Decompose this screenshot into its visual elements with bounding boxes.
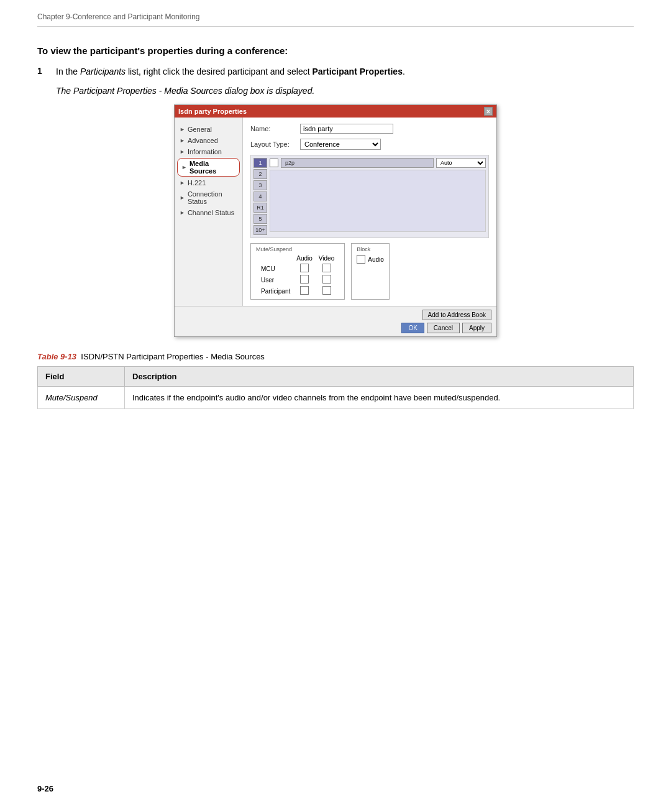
layout-checkbox[interactable] [270,159,278,167]
mcu-audio-checkbox[interactable] [300,264,309,272]
mute-user-video-cell [317,274,339,285]
table-caption-text: ISDN/PSTN Participant Properties - Media… [79,352,265,361]
layout-top-row: p2p Auto [270,158,486,168]
footer-bottom: OK Cancel Apply [401,323,491,333]
dialog-wrapper: Isdn party Properties × ► General ► Adva… [174,104,497,337]
arrow-icon: ► [180,195,185,201]
sidebar-item-information[interactable]: ► Information [175,146,242,157]
sidebar-item-advanced[interactable]: ► Advanced [175,135,242,146]
sidebar-label-information: Information [188,148,222,155]
table-header-row: Field Description [38,367,634,387]
col-header-description: Description [125,367,634,387]
layout-cell-1[interactable]: 1 [253,158,267,168]
mute-user-audio-cell [295,274,317,285]
step-number: 1 [37,65,48,78]
arrow-icon: ► [180,149,185,155]
table-cell-field: Mute/Suspend [38,387,125,409]
step-text: In the Participants list, right click th… [56,65,405,78]
breadcrumb: Chapter 9-Conference and Participant Mon… [37,12,634,27]
layout-video-box: p2p [281,158,434,168]
sidebar-label-h221: H.221 [188,179,206,187]
mute-row-user-label: User [256,274,295,285]
dialog-footer: Add to Address Book OK Cancel Apply [175,306,496,336]
mute-mcu-video-cell [317,263,339,274]
arrow-icon: ► [180,126,185,132]
footer-top: Add to Address Book [422,310,491,320]
layout-cell-4[interactable]: 4 [253,191,267,201]
step-1: 1 In the Participants list, right click … [37,65,634,78]
mute-col-audio: Audio [295,255,317,263]
block-audio-row: Audio [357,255,384,264]
dialog-body: ► General ► Advanced ► Information ► Med… [175,118,496,306]
layout-left-col: 1 2 3 4 R1 5 10+ [253,158,267,235]
layout-section: 1 2 3 4 R1 5 10+ [250,155,489,238]
table-cell-description: Indicates if the endpoint's audio and/or… [125,387,634,409]
layout-grid: 1 2 3 4 R1 5 10+ [253,158,486,235]
name-field-row: Name: [250,124,489,134]
sidebar-item-general[interactable]: ► General [175,124,242,135]
user-audio-checkbox[interactable] [300,275,309,284]
layout-main-area [270,170,486,232]
dialog-titlebar: Isdn party Properties × [175,105,496,118]
mute-suspend-title: Mute/Suspend [256,246,339,252]
block-title: Block [357,246,384,252]
block-audio-checkbox[interactable] [357,255,365,264]
sidebar-label-advanced: Advanced [188,137,218,144]
sidebar-label-channel-status: Channel Status [188,209,234,216]
sidebar-item-connection-status[interactable]: ► Connection Status [175,188,242,207]
table-row: Mute/Suspend Indicates if the endpoint's… [38,387,634,409]
block-audio-label: Audio [368,256,384,263]
layout-cell-r1[interactable]: R1 [253,203,267,213]
layout-cell-10plus[interactable]: 10+ [253,225,267,235]
arrow-icon: ► [180,210,185,216]
mute-participant-audio-cell [295,285,317,297]
mcu-video-checkbox[interactable] [322,264,331,272]
layout-right-col: p2p Auto [270,158,486,235]
arrow-icon: ► [180,180,185,186]
mute-col-video: Video [317,255,339,263]
dialog-main-content: Name: Layout Type: Conference [243,118,496,306]
name-input[interactable] [300,124,393,134]
ok-button[interactable]: OK [401,323,424,333]
mute-mcu-audio-cell [295,263,317,274]
add-to-address-book-button[interactable]: Add to Address Book [422,310,491,320]
layout-type-label: Layout Type: [250,141,300,148]
layout-type-field-row: Layout Type: Conference [250,139,489,150]
table-caption: Table 9-13 ISDN/PSTN Participant Propert… [37,352,634,361]
cancel-button[interactable]: Cancel [427,323,460,333]
mute-table: Audio Video MCU [256,255,339,297]
dialog-sidebar: ► General ► Advanced ► Information ► Med… [175,118,243,306]
arrow-icon: ► [180,137,185,144]
sidebar-label-media-sources: Media Sources [189,160,235,175]
col-header-field: Field [38,367,125,387]
mute-col-empty [256,255,295,263]
section-heading: To view the participant's properties dur… [37,45,634,56]
dialog-window: Isdn party Properties × ► General ► Adva… [174,104,497,337]
mute-row-mcu-label: MCU [256,263,295,274]
sidebar-label-general: General [188,126,212,133]
name-label: Name: [250,125,300,132]
page-number: 9-26 [37,784,53,793]
block-box: Block Audio [351,243,390,300]
sidebar-item-channel-status[interactable]: ► Channel Status [175,207,242,218]
table-number: Table 9-13 [37,352,76,361]
layout-cell-2[interactable]: 2 [253,169,267,179]
table-row: User [256,274,339,285]
dialog-caption: The Participant Properties - Media Sourc… [56,86,634,96]
dialog-close-button[interactable]: × [484,107,493,116]
participant-video-checkbox[interactable] [322,286,331,295]
sidebar-item-h221[interactable]: ► H.221 [175,177,242,188]
user-video-checkbox[interactable] [322,275,331,284]
dialog-title: Isdn party Properties [178,108,247,115]
apply-button[interactable]: Apply [462,323,491,333]
layout-cell-5[interactable]: 5 [253,214,267,224]
mute-block-section: Mute/Suspend Audio Video [250,243,489,300]
participant-audio-checkbox[interactable] [300,286,309,295]
mute-participant-video-cell [317,285,339,297]
sidebar-label-connection-status: Connection Status [188,190,237,205]
layout-cell-3[interactable]: 3 [253,180,267,190]
sidebar-item-media-sources[interactable]: ► Media Sources [177,158,240,177]
table-row: Participant [256,285,339,297]
layout-type-select[interactable]: Conference [300,139,381,150]
layout-auto-select[interactable]: Auto [436,158,486,168]
